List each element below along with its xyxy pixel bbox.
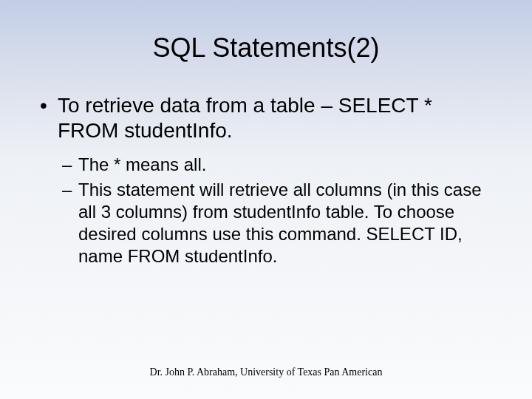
bullet-main: To retrieve data from a table – SELECT *… <box>35 93 497 143</box>
bullet-sub-1: The * means all. <box>35 154 497 176</box>
bullet-sub-2: This statement will retrieve all columns… <box>35 179 497 267</box>
slide: SQL Statements(2) To retrieve data from … <box>0 0 532 399</box>
slide-footer: Dr. John P. Abraham, University of Texas… <box>0 366 532 378</box>
slide-title: SQL Statements(2) <box>0 0 532 64</box>
slide-body: To retrieve data from a table – SELECT *… <box>0 64 532 267</box>
